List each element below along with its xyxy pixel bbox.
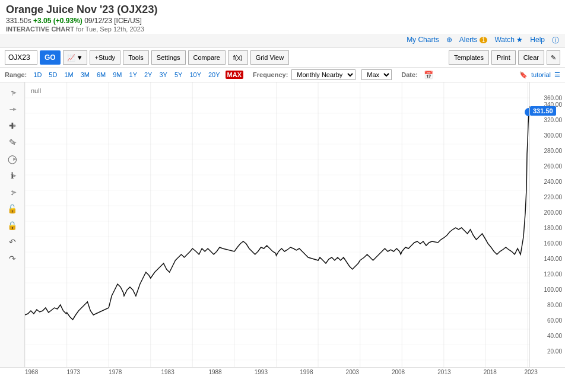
price-line <box>25 106 529 320</box>
watch-link[interactable]: Watch ★ <box>494 36 523 46</box>
symbol-input[interactable] <box>5 50 37 65</box>
range-20y[interactable]: 20Y <box>207 71 222 79</box>
pointer-tool[interactable]: →► <box>7 104 18 114</box>
y-label-360: 360.00 <box>544 95 562 101</box>
x-label-1978: 1978 <box>109 369 122 375</box>
left-tools-panel: ↑► →► ✚► ✎► ◯► ℹ► ↕► 🔓 🔒 ↶ ↷ <box>0 82 25 367</box>
x-label-2018: 2018 <box>484 369 497 375</box>
chart-title: Orange Juice Nov '23 (OJX23) <box>6 4 559 16</box>
x-label-2023: 2023 <box>525 369 538 375</box>
x-axis-bar: 1968 1973 1978 1983 1988 1993 1998 2003 … <box>0 367 565 380</box>
chart-type-label: INTERACTIVE CHART for Tue, Sep 12th, 202… <box>6 26 559 33</box>
y-label-260: 260.00 <box>544 163 562 170</box>
range-2y[interactable]: 2Y <box>142 71 154 79</box>
price-chart <box>25 82 529 367</box>
frequency-label: Frequency: <box>253 71 288 78</box>
x-label-1973: 1973 <box>67 369 80 375</box>
tools-button[interactable]: Tools <box>123 50 149 65</box>
current-price-dot <box>525 108 529 116</box>
max-select[interactable]: Max <box>361 69 392 80</box>
range-1m[interactable]: 1M <box>62 71 75 79</box>
chart-area[interactable]: null <box>25 82 529 367</box>
settings-button[interactable]: Settings <box>151 50 186 65</box>
templates-button[interactable]: Templates <box>449 50 489 65</box>
range-3m[interactable]: 3M <box>79 71 91 79</box>
range-6m[interactable]: 6M <box>95 71 107 79</box>
y-label-20: 20.00 <box>547 348 562 355</box>
x-label-1988: 1988 <box>208 369 221 375</box>
range-3y[interactable]: 3Y <box>157 71 169 79</box>
hamburger-icon[interactable]: ☰ <box>554 71 560 79</box>
grid-view-button[interactable]: Grid View <box>250 50 289 65</box>
calendar-icon[interactable]: 📅 <box>424 71 433 79</box>
toolbar: GO 📈 ▼ +Study Tools Settings Compare f(x… <box>0 48 565 68</box>
range-10y[interactable]: 10Y <box>188 71 203 79</box>
y-label-40: 40.00 <box>547 333 562 339</box>
exchange: [ICE/US] <box>114 17 142 25</box>
indicator-dropdown[interactable]: 📈 ▼ <box>63 50 87 65</box>
tutorial-link[interactable]: 🔖 tutorial ☰ <box>519 71 560 79</box>
help-link[interactable]: Help <box>530 36 545 46</box>
price-change: +3.05 (+0.93%) <box>33 17 84 25</box>
y-label-220: 220.00 <box>544 194 562 200</box>
x-label-2003: 2003 <box>346 369 359 375</box>
x-label-1968: 1968 <box>25 369 38 375</box>
y-label-180: 180.00 <box>544 225 562 231</box>
study-button[interactable]: +Study <box>90 50 121 65</box>
range-5d[interactable]: 5D <box>47 71 59 79</box>
x-label-1983: 1983 <box>161 369 174 375</box>
help-icon[interactable]: ⓘ <box>552 36 559 46</box>
fx-button[interactable]: f(x) <box>228 50 248 65</box>
x-axis: 1968 1973 1978 1983 1988 1993 1998 2003 … <box>25 369 529 379</box>
y-label-100: 100.00 <box>544 286 562 293</box>
range-frequency-bar: Range: 1D 5D 1M 3M 6M 9M 1Y 2Y 3Y 5Y 10Y… <box>0 68 565 82</box>
indicator-icon: 📈 <box>67 54 75 62</box>
y-label-60: 60.00 <box>547 317 562 324</box>
range-max[interactable]: MAX <box>226 71 243 79</box>
text-tool[interactable]: ℹ► <box>7 170 18 181</box>
x-label-2008: 2008 <box>392 369 405 375</box>
x-label-2013: 2013 <box>437 369 450 375</box>
range-1y[interactable]: 1Y <box>128 71 139 79</box>
draw-tool[interactable]: ✎► <box>7 137 18 148</box>
range-9m[interactable]: 9M <box>111 71 123 79</box>
alerts-badge: 1 <box>480 37 488 43</box>
redo-tool[interactable]: ↷ <box>7 253 18 264</box>
chart-container: ↑► →► ✚► ✎► ◯► ℹ► ↕► 🔓 🔒 ↶ ↷ <box>0 82 565 367</box>
alerts-link[interactable]: Alerts 1 <box>459 36 488 46</box>
y-label-160: 160.00 <box>544 240 562 247</box>
chevron-down-icon: ▼ <box>77 54 83 61</box>
header: Orange Juice Nov '23 (OJX23) 331.50s +3.… <box>0 0 565 34</box>
price: 331.50s <box>6 17 31 25</box>
y-label-300: 300.00 <box>544 132 562 139</box>
price-date: 09/12/23 <box>84 17 112 25</box>
clear-button[interactable]: Clear <box>518 50 544 65</box>
edit-icon-button[interactable]: ✎ <box>547 50 560 65</box>
go-button[interactable]: GO <box>40 50 61 65</box>
toolbar-right: Templates Print Clear ✎ <box>449 50 560 65</box>
y-label-200: 200.00 <box>544 209 562 216</box>
y-label-80: 80.00 <box>547 302 562 308</box>
price-subtitle: 331.50s +3.05 (+0.93%) 09/12/23 [ICE/US] <box>6 17 559 25</box>
lock2-tool[interactable]: 🔒 <box>7 220 18 231</box>
print-button[interactable]: Print <box>491 50 516 65</box>
frequency-select[interactable]: Monthly Nearby Daily Weekly Monthly <box>291 69 355 80</box>
current-price-label: 331.50 <box>530 106 556 116</box>
x-label-1993: 1993 <box>255 369 268 375</box>
undo-tool[interactable]: ↶ <box>7 237 18 247</box>
measure-tool[interactable]: ↕► <box>7 187 18 197</box>
range-1d[interactable]: 1D <box>31 71 43 79</box>
my-charts-link[interactable]: My Charts <box>407 36 439 46</box>
lock-tool[interactable]: 🔓 <box>7 203 18 214</box>
y-label-280: 280.00 <box>544 148 562 154</box>
y-label-240: 240.00 <box>544 179 562 185</box>
null-label: null <box>31 87 41 94</box>
range-label: Range: <box>5 71 27 78</box>
compare-button[interactable]: Compare <box>188 50 226 65</box>
cursor-tool[interactable]: ↑► <box>7 87 18 98</box>
x-label-1998: 1998 <box>300 369 313 375</box>
crosshair-tool[interactable]: ✚► <box>7 120 18 131</box>
y-label-120: 120.00 <box>544 271 562 278</box>
range-5y[interactable]: 5Y <box>173 71 184 79</box>
shape-tool[interactable]: ◯► <box>7 154 18 164</box>
